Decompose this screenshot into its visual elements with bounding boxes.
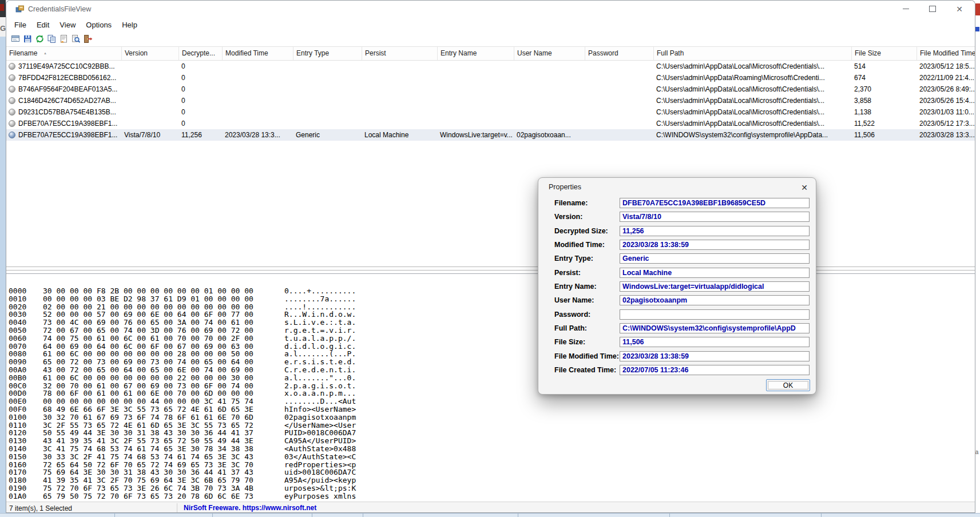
column-header-filename[interactable]: Filename▴ (6, 47, 122, 60)
cell-filename: 7BFDD42F812ECBBD056162... (6, 72, 122, 83)
field-value-box[interactable]: Vista/7/8/10 (620, 212, 810, 222)
save-icon[interactable] (22, 33, 34, 45)
cell-password (585, 106, 654, 118)
column-header-entry_type[interactable]: Entry Type (293, 47, 362, 60)
field-value-box[interactable]: 2022/07/05 11:23:46 (620, 365, 810, 375)
field-value-box[interactable]: Generic (620, 253, 810, 264)
cell-file_modified_time: 2023/05/26 15:4... (917, 95, 975, 106)
options-window-icon[interactable] (10, 33, 22, 45)
hex-bytes: 72 00 67 00 65 00 74 00 3D 00 76 00 69 0… (43, 327, 253, 335)
menu-item-edit[interactable]: Edit (31, 19, 54, 31)
column-header-decrypted_size[interactable]: Decrypte... (179, 47, 223, 60)
cell-file_size: 1,138 (852, 106, 917, 118)
cell-entry_type: Generic (293, 129, 362, 141)
properties-icon[interactable] (58, 33, 70, 45)
minimize-button[interactable] (894, 1, 917, 17)
field-value-box[interactable]: 2023/03/28 13:38:59 (620, 351, 810, 361)
hex-offset: 0190 (9, 484, 26, 492)
column-header-password[interactable]: Password (585, 47, 654, 60)
maximize-button[interactable] (921, 1, 944, 17)
field-label: User Name: (554, 296, 594, 304)
hex-row: 000030 00 00 00 F8 2B 00 00 00 00 00 00 … (6, 287, 975, 295)
field-label: File Created Time: (554, 366, 616, 374)
hex-bytes: 65 79 50 75 72 70 6F 73 65 73 20 78 6D 6… (43, 492, 253, 500)
hex-row: 002002 00 00 00 21 00 00 00 00 00 00 00 … (6, 303, 975, 311)
menu-item-file[interactable]: File (9, 19, 31, 31)
pane-splitter[interactable] (6, 265, 975, 273)
field-value-box[interactable]: Local Machine (620, 268, 810, 278)
field-label: Persist: (554, 269, 581, 277)
refresh-icon[interactable] (34, 33, 46, 45)
field-value-box[interactable]: 02pagisotxoaanpm (620, 295, 810, 305)
column-header-full_path[interactable]: Full Path (654, 47, 852, 60)
table-row[interactable]: 37119E49A725CC10C92BBB...0C:\Users\admin… (6, 61, 975, 72)
hex-bytes: 00 00 00 00 03 BE D2 98 37 61 D9 01 00 0… (43, 295, 253, 303)
dialog-field: File Modified Time:2023/03/28 13:38:59 (538, 351, 816, 363)
close-button[interactable]: ✕ (948, 1, 971, 17)
table-row[interactable]: DFBE70A7E5CC19A398EBF1...Vista/7/8/1011,… (6, 129, 975, 141)
hex-dump-pane[interactable]: 000030 00 00 00 F8 2B 00 00 00 00 00 00 … (6, 273, 975, 502)
exit-icon[interactable] (82, 33, 94, 45)
hex-bytes: 02 00 00 00 21 00 00 00 00 00 00 00 00 0… (43, 303, 253, 311)
table-row[interactable]: DFBE70A7E5CC19A398EBF1...0C:\Users\admin… (6, 118, 975, 129)
menu-item-options[interactable]: Options (81, 19, 117, 31)
field-value-box[interactable]: DFBE70A7E5CC19A398EBF1B96859CE5D (620, 198, 810, 208)
field-value-box[interactable]: 11,506 (620, 337, 810, 347)
field-value-box[interactable]: WindowsLive:target=virtualapp/didlogical (620, 281, 810, 292)
hex-bytes: 52 00 00 00 57 00 69 00 6E 00 64 00 6F 0… (43, 311, 253, 319)
cell-entry_type (293, 61, 362, 72)
credentials-list[interactable]: Filename▴VersionDecrypte...Modified Time… (6, 47, 975, 265)
table-row[interactable]: D9231CD57BBA754E4B135B...0C:\Users\admin… (6, 106, 975, 118)
field-label: Decrypted Size: (554, 227, 608, 235)
field-value-box[interactable] (620, 309, 810, 320)
menu-item-view[interactable]: View (54, 19, 81, 31)
field-value-box[interactable]: C:\WINDOWS\system32\config\systemprofile… (620, 323, 810, 333)
cell-persist (362, 72, 438, 83)
hex-row: 00C032 00 70 00 61 00 67 00 69 00 73 00 … (6, 382, 975, 390)
dialog-close-icon[interactable]: ✕ (797, 181, 812, 194)
cell-persist (362, 118, 438, 129)
menu-item-help[interactable]: Help (117, 19, 142, 31)
cell-filename: DFBE70A7E5CC19A398EBF1... (6, 118, 122, 129)
column-header-file_modified_time[interactable]: File Modified Time (917, 47, 975, 60)
cell-persist (362, 95, 438, 106)
find-icon[interactable] (70, 33, 82, 45)
field-value-box[interactable]: 11,256 (620, 226, 810, 236)
table-row[interactable]: B746AF9564F204BEAF013A5...0C:\Users\admi… (6, 83, 975, 95)
field-value-box[interactable]: 2023/03/28 13:38:59 (620, 240, 810, 250)
table-row[interactable]: C1846D426C74D652AD27AB...0C:\Users\admin… (6, 95, 975, 106)
hex-row: 009065 00 72 00 73 00 69 00 73 00 74 00 … (6, 358, 975, 366)
column-header-entry_name[interactable]: Entry Name (438, 47, 514, 60)
hex-ascii: uid>0018C006DA7C (284, 468, 356, 476)
cell-full_path: C:\Users\admin\AppData\Local\Microsoft\C… (654, 106, 852, 118)
nirsoft-link[interactable]: NirSoft Freeware. https://www.nirsoft.ne… (184, 504, 316, 512)
column-header-modified_time[interactable]: Modified Time (223, 47, 293, 60)
filename-text: C1846D426C74D652AD27AB... (18, 95, 116, 106)
cell-password (585, 118, 654, 129)
table-row[interactable]: 7BFDD42F812ECBBD056162...0C:\Users\admin… (6, 72, 975, 83)
copy-icon[interactable] (46, 33, 58, 45)
hex-ascii: s.L.i.v.e.:.t.a. (284, 319, 356, 327)
hex-offset: 0170 (9, 468, 26, 476)
cell-entry_name (438, 106, 514, 118)
cell-user_name (514, 118, 585, 129)
column-header-version[interactable]: Version (122, 47, 179, 60)
dialog-field: Persist:Local Machine (538, 268, 816, 279)
ok-button[interactable]: OK (766, 379, 810, 391)
column-header-file_size[interactable]: File Size (852, 47, 917, 60)
column-header-user_name[interactable]: User Name (514, 47, 585, 60)
cell-full_path: C:\Users\admin\AppData\Local\Microsoft\C… (654, 61, 852, 72)
cell-entry_name (438, 83, 514, 95)
status-bar: 7 item(s), 1 Selected NirSoft Freeware. … (6, 502, 975, 513)
hex-row: 008061 00 6C 00 00 00 00 00 00 00 28 00 … (6, 350, 975, 358)
cell-user_name: 02pagisotxoaan... (514, 129, 585, 141)
cell-modified_time (223, 106, 293, 118)
field-value: 2023/03/28 13:38:59 (620, 352, 809, 360)
credentialsfileview-window: CredentialsFileView ✕ FileEditViewOption… (6, 0, 975, 513)
filename-text: B746AF9564F204BEAF013A5... (18, 83, 117, 95)
behind-window-left-icon (0, 4, 4, 11)
column-header-persist[interactable]: Persist (362, 47, 438, 60)
hex-ascii: CA95A</UserPUID> (284, 437, 356, 445)
cell-persist: Local Machine (362, 129, 438, 141)
field-label: Full Path: (554, 324, 587, 332)
